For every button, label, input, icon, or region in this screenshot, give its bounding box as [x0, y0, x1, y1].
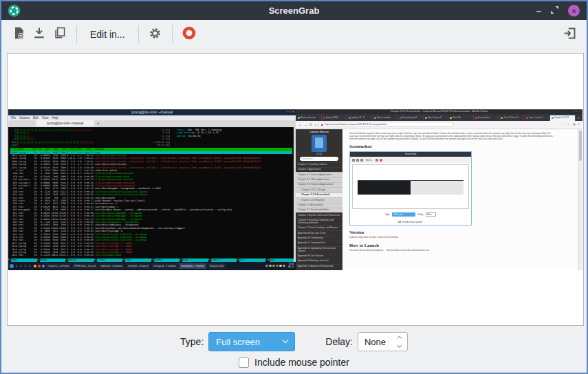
preview-terminal-monitor: lynxng@lyn-mini: ~/manual –▫× FileAction… [8, 109, 296, 270]
mini-preview [352, 164, 469, 209]
tray-icon [279, 265, 282, 267]
screengrab-app-icon [8, 4, 21, 17]
save-button[interactable] [29, 24, 50, 45]
tab-close-icon: × [369, 116, 371, 119]
terminal-titlebar: lynxng@lyn-mini: ~/manual –▫× [8, 109, 296, 116]
download-icon [32, 26, 46, 42]
htop-fkey: F5Tree [122, 258, 151, 262]
tab-close-icon: × [344, 116, 345, 119]
firefox-tab: New Tab× [448, 115, 474, 121]
terminal-menu-item: Help [52, 116, 58, 120]
taskbar-window-button: noblelistin - 4 windows [98, 263, 124, 269]
settings-button[interactable] [145, 24, 166, 45]
taskbar-clock: 10:38 Mar 11 [288, 263, 294, 268]
tray-icon [269, 265, 272, 267]
tab-close-icon: × [547, 116, 548, 119]
tray-icon [272, 265, 275, 267]
htop-fkey: F9Kill [237, 258, 265, 262]
terminal-menu-item: Edit [33, 116, 39, 120]
favicon [349, 117, 351, 119]
manual-nav-item: Chapter 2.3.1 LXImage [296, 187, 342, 192]
tab-close-icon: × [420, 116, 422, 119]
terminal-menubar: FileActionsEditViewHelp [8, 116, 296, 120]
screenshot-heading: Screenshot [349, 144, 572, 149]
taskbar-window-button: lximage-qt - 2 windows [152, 263, 178, 269]
manual-version: 20.04 [296, 152, 342, 156]
htop-fkey: F1Help [8, 258, 37, 262]
terminal-window-control: × [292, 110, 294, 114]
htop-stat-line: Uptime: 01:05:31 [177, 135, 292, 138]
toolbar-separator [138, 25, 139, 43]
spin-up-icon[interactable] [397, 336, 402, 341]
edit-in-button[interactable]: Edit in... [83, 29, 132, 40]
favicon [501, 117, 503, 119]
firefox-tab: Blais Cannon F× [424, 115, 449, 121]
firefox-window-controls: – □ × [572, 109, 581, 114]
back-icon: ← [298, 121, 302, 128]
favicon [450, 117, 452, 119]
manual-nav-item: Chapter 2.4 Accessories [296, 203, 342, 208]
launcher-icon [34, 265, 36, 267]
close-button[interactable]: × [568, 5, 580, 16]
terminal-window-control: – [287, 110, 289, 114]
copy-button[interactable] [50, 24, 70, 45]
lock-icon [321, 124, 323, 126]
htop-fkey: F8Nice + [208, 258, 237, 262]
favicon [475, 117, 477, 119]
terminal-tab: lynxng@lyn-mini:~/manual [36, 120, 94, 126]
new-screenshot-button[interactable] [8, 24, 29, 45]
favicon [374, 117, 376, 119]
delay-label: Delay: [325, 336, 353, 347]
quit-button[interactable] [559, 24, 580, 45]
htop-fkey: F3Search [65, 258, 94, 262]
help-button[interactable] [179, 24, 199, 45]
app-menu-icon [10, 264, 14, 268]
firefox-tab: Time Of Free Co× [499, 115, 525, 121]
minimize-button[interactable]: – [536, 8, 541, 14]
firefox-tab: Jojo - Leave It (× [525, 115, 550, 121]
launch-heading: How to Launch [349, 243, 572, 248]
htop-fkey: F2Setup [37, 258, 66, 262]
reload-icon: ⟳ [309, 121, 312, 128]
taskbar-window-button: Telegram (265) [207, 263, 226, 269]
window-titlebar[interactable]: ScreenGrab – × [1, 1, 587, 20]
version-text: Lubuntu ships with version 1.101 of Scre… [349, 236, 556, 239]
include-pointer-checkbox[interactable] [239, 358, 249, 368]
firefox-tab: Screenfe (Lyn Pr× [398, 115, 424, 121]
tray-icon [265, 265, 268, 267]
preview-panel: lynxng@lyn-mini: ~/manual –▫× FileAction… [7, 53, 584, 326]
tab-close-icon: × [471, 116, 472, 119]
tab-close-icon: × [521, 116, 523, 119]
screengrab-window: ScreenGrab – × [0, 0, 588, 374]
manual-nav-item: Chapter 2.3 Graphics Applications [296, 182, 342, 187]
terminal-menu-item: View [42, 116, 49, 120]
manual-logo [312, 135, 327, 152]
include-pointer-label: Include mouse pointer [254, 357, 349, 368]
manual-nav-item: Chapter 2.5 Sound and Video [296, 208, 342, 212]
favicon [323, 117, 325, 119]
type-combobox[interactable]: Full screen [208, 332, 295, 351]
url-bar: https://manual.lubuntu.me/master/2/2.3/2… [318, 122, 453, 127]
manual-nav-item: Appendix A Tips and Tricks [296, 230, 342, 235]
manual-intro-paragraph: ScreenGrab this way left click on the tr… [349, 132, 556, 141]
favicon [400, 117, 402, 119]
forward-icon: → [304, 121, 307, 128]
toolbar-separator [76, 25, 77, 43]
type-label: Type: [180, 336, 204, 347]
delay-spinbox-value: None [364, 337, 386, 347]
terminal-menu-item: File [11, 116, 16, 120]
launch-text: To launch ScreenGrab (Graphics) → Screen… [349, 249, 556, 252]
delay-spinbox[interactable]: None [358, 332, 408, 351]
maximize-button[interactable] [550, 5, 559, 17]
launcher-icon [42, 265, 45, 267]
mini-checkbox-row: Include mouse pointer [350, 219, 471, 225]
mini-titlebar: ScreenGrab [350, 152, 471, 157]
version-heading: Version [349, 230, 572, 234]
desktop-taskbar: 1 2 3 4 Chapter 2....la FirefoxRTFM-thin… [8, 262, 296, 270]
home-icon: ⌂ [314, 121, 316, 128]
manual-nav-item: Chapter 2 Applications [296, 167, 342, 172]
workspace-pager: 1 2 3 4 [16, 264, 32, 267]
spin-down-icon[interactable] [397, 343, 402, 349]
new-file-icon [12, 26, 25, 42]
firefox-navbar: ← → ⟳ ⌂ https://manual.lubuntu.me/master… [296, 121, 582, 129]
